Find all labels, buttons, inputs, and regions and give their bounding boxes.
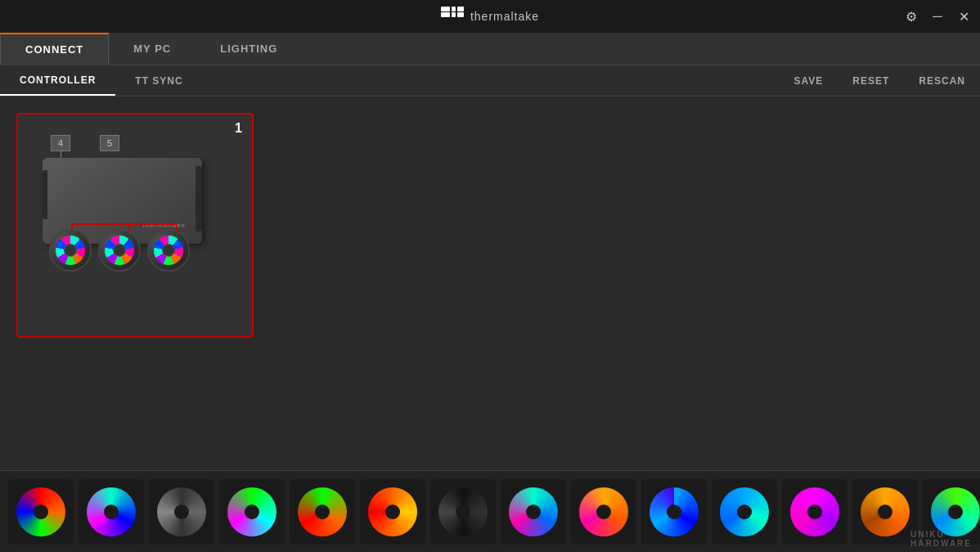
strip-fan-3 (153, 483, 210, 541)
tab-my-pc[interactable]: MY PC (109, 33, 196, 65)
close-button[interactable]: ✕ (955, 8, 972, 25)
strip-fan-11 (716, 483, 773, 541)
strip-item-5[interactable] (290, 479, 355, 545)
strip-fan-8 (505, 483, 562, 541)
nav-tabs: CONNECT MY PC LIGHTING (0, 33, 980, 65)
strip-fan-2 (83, 483, 140, 541)
connector-line-horizontal (71, 223, 178, 225)
app-title: thermaltake (470, 10, 539, 23)
thermaltake-logo-icon (441, 7, 464, 27)
strip-fan-4 (223, 483, 281, 541)
watermark-line1: UNIKU (910, 530, 972, 539)
strip-item-1[interactable] (8, 479, 74, 545)
svg-rect-3 (457, 7, 464, 11)
strip-item-10[interactable] (641, 479, 707, 545)
strip-fan-7 (434, 483, 492, 541)
controller-diagram: 4 5 thermaltake (26, 135, 239, 278)
svg-rect-2 (452, 7, 456, 11)
bottom-strip: UNIKU HARDWARE (0, 470, 980, 552)
title-bar: thermaltake ⚙ ─ ✕ (0, 0, 980, 33)
strip-item-13[interactable] (852, 479, 918, 545)
strip-fan-9 (575, 483, 632, 541)
strip-fan-1 (12, 483, 70, 541)
svg-rect-4 (452, 12, 456, 17)
strip-item-4[interactable] (219, 479, 285, 545)
strip-fan-5 (294, 483, 351, 541)
fan-1[interactable] (49, 229, 92, 272)
tab-lighting[interactable]: LIGHTING (196, 33, 302, 65)
strip-item-11[interactable] (712, 479, 777, 545)
port-label-4: 4 (51, 135, 70, 151)
strip-item-8[interactable] (501, 479, 566, 545)
subtab-controller[interactable]: CONTROLLER (0, 65, 115, 96)
strip-fan-6 (364, 483, 421, 541)
strip-fan-12 (786, 483, 843, 541)
strip-item-2[interactable] (79, 479, 144, 545)
fan-3[interactable] (147, 229, 190, 272)
strip-item-3[interactable] (149, 479, 214, 545)
subtab-tt-sync[interactable]: TT SYNC (115, 65, 202, 96)
watermark: UNIKU HARDWARE (910, 530, 972, 548)
svg-rect-1 (441, 12, 450, 17)
tab-connect[interactable]: CONNECT (0, 33, 109, 65)
sub-tabs: CONTROLLER TT SYNC SAVE RESET RESCAN (0, 65, 980, 96)
strip-item-7[interactable] (430, 479, 496, 545)
window-controls: ⚙ ─ ✕ (903, 8, 972, 25)
svg-rect-0 (441, 7, 450, 11)
strip-fan-10 (645, 483, 703, 541)
sub-tab-actions: SAVE RESET RESCAN (788, 72, 972, 90)
strip-item-9[interactable] (571, 479, 636, 545)
strip-fan-13 (856, 483, 914, 541)
reset-button[interactable]: RESET (846, 72, 896, 90)
port-label-5: 5 (100, 135, 119, 151)
save-button[interactable]: SAVE (788, 72, 830, 90)
controller-card[interactable]: 1 4 5 thermaltake (16, 113, 254, 338)
strip-item-12[interactable] (782, 479, 847, 545)
main-content: 1 4 5 thermaltake (0, 96, 980, 429)
minimize-button[interactable]: ─ (929, 8, 946, 25)
fan-2[interactable] (98, 229, 141, 272)
settings-button[interactable]: ⚙ (903, 8, 919, 25)
watermark-line2: HARDWARE (910, 539, 972, 548)
svg-rect-5 (457, 12, 464, 17)
strip-item-6[interactable] (360, 479, 425, 545)
rescan-button[interactable]: RESCAN (912, 72, 972, 90)
card-number: 1 (235, 121, 242, 136)
logo-area: thermaltake (441, 7, 539, 27)
fan-row (49, 229, 190, 272)
